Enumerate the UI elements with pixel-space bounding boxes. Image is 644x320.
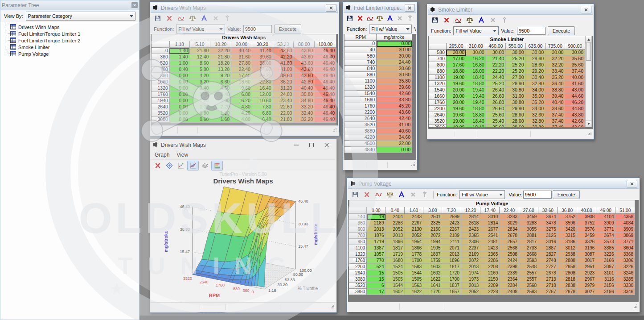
table-cell[interactable]: 3226 <box>615 264 635 270</box>
row-header[interactable]: 1320 <box>152 85 170 91</box>
row-header[interactable]: 2200 <box>429 106 447 112</box>
table-cell[interactable]: 2423 <box>480 245 500 251</box>
table-cell[interactable]: 4.20 <box>189 73 210 79</box>
table-cell[interactable]: 27.80 <box>231 60 252 66</box>
table-cell[interactable]: 2748 <box>538 258 558 264</box>
table-cell[interactable]: 1387 <box>367 245 386 251</box>
table-cell[interactable]: 5.80 <box>189 66 210 73</box>
save-icon[interactable] <box>430 16 440 25</box>
table-cell[interactable]: 1.40 <box>169 48 189 54</box>
table-cell[interactable]: 30.40 <box>525 75 545 81</box>
table-cell[interactable]: 21.40 <box>486 56 505 62</box>
table-cell[interactable]: 2365 <box>480 251 500 258</box>
table-cell[interactable]: 2677 <box>480 226 500 233</box>
table-cell[interactable]: 46.20 <box>565 100 585 106</box>
column-header[interactable]: 51.00 <box>615 208 635 214</box>
table-cell[interactable]: 3125 <box>538 233 558 239</box>
table-cell[interactable]: 43.60 <box>294 73 315 79</box>
table-cell[interactable]: 31.20 <box>273 85 294 91</box>
table-cell[interactable]: 25.40 <box>486 118 505 125</box>
table-cell[interactable]: 30.80 <box>506 100 525 106</box>
table-cell[interactable]: 31.60 <box>231 54 252 60</box>
table-cell[interactable]: 40.40 <box>294 85 315 91</box>
table-cell[interactable]: 2979 <box>577 283 596 289</box>
table-cell[interactable]: 2408 <box>500 289 519 295</box>
table-cell[interactable]: 18.80 <box>446 68 466 75</box>
table-cell[interactable]: 21.80 <box>273 116 294 123</box>
resize-grip[interactable] <box>633 302 638 310</box>
table-cell[interactable]: 1974 <box>461 270 480 276</box>
table-cell[interactable]: 13.60 <box>231 79 252 85</box>
table-cell[interactable]: 3226 <box>596 251 615 258</box>
table-cell[interactable]: 22.20 <box>486 62 505 68</box>
table-cell[interactable]: 30.80 <box>506 87 525 93</box>
function-dropdown[interactable]: Fill w/ Value <box>369 25 412 33</box>
view-by-dropdown[interactable]: Parameter Category <box>26 12 135 21</box>
table-cell[interactable]: 2657 <box>500 239 519 245</box>
corner-header[interactable] <box>152 42 170 48</box>
function-dropdown[interactable]: Fill w/ Value <box>453 26 499 35</box>
column-header[interactable]: 0.40 <box>386 208 404 214</box>
row-header[interactable]: 520 <box>152 60 170 66</box>
table-cell[interactable]: 2618 <box>461 220 480 226</box>
table-cell[interactable]: 2150 <box>423 226 442 233</box>
column-header[interactable]: 100.00 <box>315 42 336 48</box>
row-header[interactable]: 3520 <box>345 122 377 128</box>
row-header[interactable]: 3520 <box>152 110 170 116</box>
table-cell[interactable]: 2325 <box>423 220 442 226</box>
table-cell[interactable]: 34.60 <box>377 134 412 141</box>
row-header[interactable]: 1660 <box>345 97 377 103</box>
row-header[interactable]: 1320 <box>345 84 377 91</box>
table-cell[interactable]: 1866 <box>404 245 423 251</box>
table-cell[interactable]: 1994 <box>423 239 442 245</box>
table-cell[interactable]: 1.20 <box>189 98 210 104</box>
column-header[interactable]: 12.20 <box>461 208 480 214</box>
table-cell[interactable]: 36.20 <box>273 79 294 85</box>
table-cell[interactable]: 3368 <box>615 251 635 258</box>
column-header[interactable]: 17.40 <box>480 208 500 214</box>
table-cell[interactable]: 39.40 <box>546 93 565 100</box>
table-cell[interactable]: 30.00 <box>506 50 525 56</box>
row-header[interactable]: 3520 <box>349 283 367 289</box>
table-cell[interactable]: 34.60 <box>252 66 273 73</box>
table-cell[interactable]: 0.00 <box>169 116 189 123</box>
table-cell[interactable]: 24.40 <box>486 75 505 81</box>
table-cell[interactable]: 1.80 <box>210 110 231 116</box>
table-cell[interactable]: 2568 <box>500 245 519 251</box>
table-cell[interactable]: 1.40 <box>189 91 210 98</box>
table-cell[interactable]: 43.00 <box>565 87 585 93</box>
table-cell[interactable]: 19.00 <box>446 75 466 81</box>
table-cell[interactable]: 46.40 <box>315 91 336 98</box>
table-cell[interactable]: 19.00 <box>446 125 466 128</box>
table-cell[interactable]: 3869 <box>615 233 635 239</box>
close-button[interactable] <box>326 4 336 12</box>
table-cell[interactable]: 2827 <box>538 251 558 258</box>
function-dropdown[interactable]: Fill w/ Value <box>459 190 505 199</box>
table-cell[interactable]: 39.60 <box>252 54 273 60</box>
delete-icon[interactable] <box>361 190 372 199</box>
delete-icon[interactable] <box>355 14 364 23</box>
table-cell[interactable]: 1622 <box>404 289 423 295</box>
table-cell[interactable]: 2834 <box>500 226 519 233</box>
table-cell[interactable]: 35.60 <box>565 62 585 68</box>
table-cell[interactable]: 2951 <box>577 264 596 270</box>
column-header[interactable]: 1.18 <box>169 42 189 48</box>
table-cell[interactable]: 1563 <box>404 283 423 289</box>
column-header[interactable]: 735.00 <box>546 43 565 50</box>
table-cell[interactable]: 46.40 <box>315 48 336 54</box>
table-cell[interactable]: 32.20 <box>210 48 231 54</box>
table-cell[interactable]: 3420 <box>558 226 577 233</box>
table-cell[interactable]: 3283 <box>519 220 538 226</box>
table-cell[interactable]: 3087 <box>577 251 596 258</box>
table-cell[interactable]: 3285 <box>615 276 635 283</box>
table-cell[interactable]: 30.00 <box>377 47 412 53</box>
row-header[interactable]: 780 <box>349 233 367 239</box>
table-cell[interactable]: 17.00 <box>446 56 466 62</box>
table-cell[interactable]: 6.40 <box>252 116 273 123</box>
table-cell[interactable]: 3315 <box>558 233 577 239</box>
table-cell[interactable]: 0.00 <box>169 91 189 98</box>
execute-button[interactable]: Execute <box>548 26 575 35</box>
table-cell[interactable]: 13.20 <box>210 66 231 73</box>
scatter-icon[interactable] <box>176 161 186 170</box>
table-cell[interactable]: 29.20 <box>525 68 545 75</box>
